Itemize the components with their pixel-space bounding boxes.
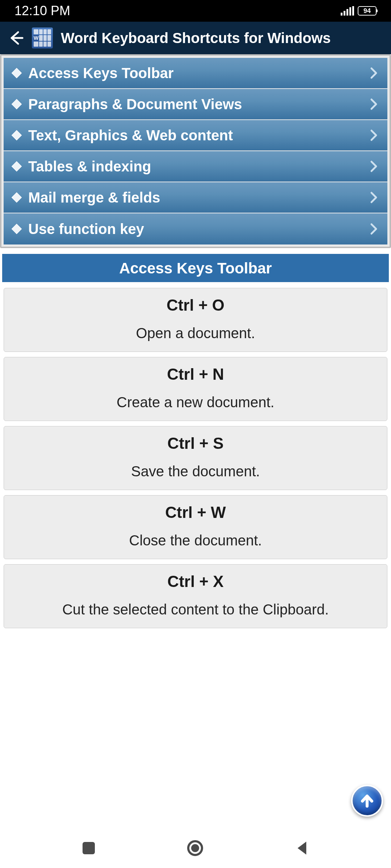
category-item[interactable]: Tables & indexing [4,151,387,182]
shortcut-card[interactable]: Ctrl + OOpen a document. [4,288,387,352]
scroll-top-button[interactable] [351,785,383,817]
shortcut-description: Cut the selected content to the Clipboar… [8,601,383,618]
diamond-icon [12,130,22,140]
category-label: Mail merge & fields [28,190,370,206]
battery-indicator: 94 [358,6,377,16]
shortcut-list: Ctrl + OOpen a document.Ctrl + NCreate a… [0,288,391,628]
shortcut-description: Open a document. [8,325,383,341]
category-label: Use function key [28,221,370,237]
category-list: Access Keys ToolbarParagraphs & Document… [4,58,387,244]
chevron-right-icon [370,129,378,141]
shortcut-key: Ctrl + N [8,365,383,383]
category-label: Access Keys Toolbar [28,65,370,81]
shortcut-description: Save the document. [8,463,383,480]
nav-back-button[interactable] [295,841,308,855]
back-button[interactable] [8,30,24,46]
chevron-right-icon [370,223,378,235]
diamond-icon [12,192,22,203]
shortcut-description: Create a new document. [8,394,383,410]
chevron-right-icon [370,160,378,173]
arrow-up-icon [359,792,375,809]
status-time: 12:10 PM [14,3,70,18]
category-list-frame: Access Keys ToolbarParagraphs & Document… [0,54,391,248]
app-title: Word Keyboard Shortcuts for Windows [61,30,331,46]
status-right: 94 [341,6,377,16]
category-label: Paragraphs & Document Views [28,96,370,112]
shortcut-description: Close the document. [8,532,383,549]
shortcut-key: Ctrl + W [8,503,383,522]
nav-recent-button[interactable] [83,842,95,854]
signal-icon [341,6,354,16]
shortcut-card[interactable]: Ctrl + WClose the document. [4,495,387,559]
shortcut-key: Ctrl + O [8,296,383,314]
nav-home-button[interactable] [187,840,203,856]
diamond-icon [12,161,22,171]
shortcut-key: Ctrl + X [8,573,383,591]
category-item[interactable]: Use function key [4,213,387,244]
status-bar: 12:10 PM 94 [0,0,391,22]
category-label: Text, Graphics & Web content [28,127,370,144]
chevron-right-icon [370,98,378,110]
shortcut-card[interactable]: Ctrl + XCut the selected content to the … [4,564,387,628]
diamond-icon [12,224,22,234]
app-bar: W Word Keyboard Shortcuts for Windows [0,22,391,54]
category-item[interactable]: Paragraphs & Document Views [4,89,387,120]
category-item[interactable]: Mail merge & fields [4,182,387,213]
chevron-right-icon [370,67,378,79]
shortcut-key: Ctrl + S [8,434,383,452]
diamond-icon [12,68,22,78]
app-icon: W [32,27,53,48]
diamond-icon [12,99,22,109]
category-item[interactable]: Text, Graphics & Web content [4,120,387,151]
category-item[interactable]: Access Keys Toolbar [4,58,387,89]
chevron-right-icon [370,191,378,204]
category-label: Tables & indexing [28,158,370,175]
section-header: Access Keys Toolbar [2,254,389,282]
shortcut-card[interactable]: Ctrl + NCreate a new document. [4,357,387,421]
nav-bar [0,828,391,868]
shortcut-card[interactable]: Ctrl + SSave the document. [4,426,387,490]
